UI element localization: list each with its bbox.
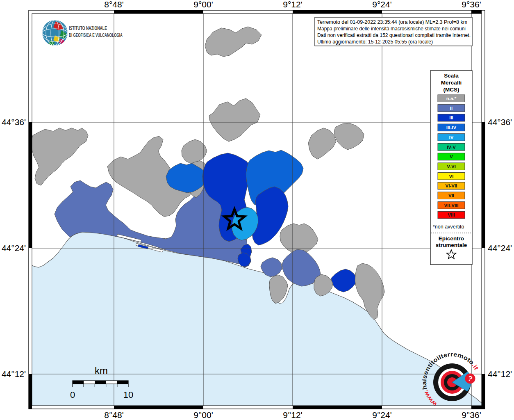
legend-title-line3: (MCS) [443,87,459,93]
axis-right-1: 44°36' [488,117,512,127]
info-line-1: Terremoto del 01-09-2022 23:35:44 (ora l… [317,19,467,25]
axis-bottom-3: 9°12' [283,410,302,420]
axis-right-3: 44°12' [488,369,512,379]
legend-chip-iii-label: III [449,115,453,120]
legend-chip-viii-label: VIII [448,212,455,217]
legend-chip-iv-v-label: IV-V [447,145,456,150]
info-line-2: Mappa preliminare delle intensità macros… [317,26,466,32]
ingv-name-line1: ISTITUTO NAZIONALE [69,25,107,31]
axis-left-1: 44°36' [2,117,26,127]
legend-chip-v-vi-label: V-VI [447,164,456,169]
legend-footnote: *non avvertito [433,224,464,230]
legend-chip-ii-label: II [450,106,453,111]
earthquake-info-box: Terremoto del 01-09-2022 23:35:44 (ora l… [315,17,472,46]
map-content: km 0 10 ? www.haisenti [29,14,485,409]
scale-bar-end: 10 [123,390,133,400]
axis-right-2: 44°24' [488,243,512,253]
map-canvas: km 0 10 ? www.haisenti [0,0,514,420]
axis-bottom-1: 8°48' [104,410,123,420]
info-line-4: Ultimo aggiornamento: 15-12-2025 05:55 (… [317,39,433,45]
scale-bar-start: 0 [70,390,75,400]
legend-chip-v-label: V [450,154,453,159]
axis-bottom-4: 9°24' [372,410,391,420]
axis-bottom-5: 9°36' [462,410,481,420]
axis-top-3: 9°12' [283,0,302,9]
legend-chip-iv-label: IV [449,135,454,140]
axis-top-5: 9°36' [462,0,481,9]
ingv-name-line2: DI GEOFISICA E VULCANOLOGIA [69,32,123,38]
axis-bottom-2: 9°00' [193,410,213,420]
axis-top-2: 9°00' [193,0,213,9]
axis-left-3: 44°12' [2,369,26,379]
legend-chip-vii-viii-label: VII-VIII [444,203,458,208]
legend-chip-vii-label: VII [448,193,454,198]
scale-bar-unit: km [95,365,108,376]
seismic-intensity-map-page: km 0 10 ? www.haisenti [0,0,514,420]
legend-epicenter-line2: strumentale [436,242,467,248]
axis-top-1: 8°48' [104,0,123,9]
info-line-3: Dati non verificati estratti da 152 ques… [317,32,471,38]
legend-box: Scala Mercalli (MCS) n.a.* II III III-IV… [430,71,472,265]
legend-chip-vi-vii-label: VI-VII [446,183,457,188]
legend-title-line2: Mercalli [441,80,462,86]
legend-chip-vi-label: VI [449,174,454,179]
legend-title-line1: Scala [444,73,459,79]
legend-chip-na-label: n.a.* [446,96,457,101]
axis-top-4: 9°24' [372,0,391,9]
legend-chip-iii-iv-label: III-IV [446,125,457,130]
legend-epicenter-line1: Epicentro [439,235,464,242]
axis-left-2: 44°24' [2,243,26,253]
